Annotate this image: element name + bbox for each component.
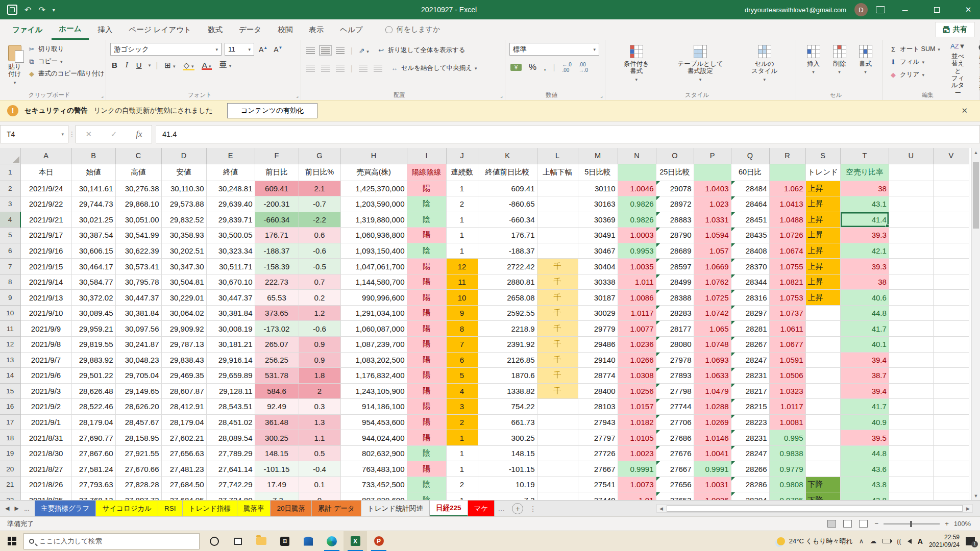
- cell-B10[interactable]: 30,089.45: [71, 305, 115, 321]
- ime-mode-indicator[interactable]: A: [918, 537, 923, 545]
- cell-L19[interactable]: [537, 445, 578, 461]
- cell-M17[interactable]: 27943: [578, 414, 618, 430]
- column-header-P[interactable]: P: [694, 148, 731, 164]
- cell-N17[interactable]: 1.0182: [618, 414, 656, 430]
- autosum-button[interactable]: Σオート SUM ▾: [887, 44, 942, 55]
- cell-E21[interactable]: 27,742.29: [206, 477, 255, 492]
- column-header-E[interactable]: E: [206, 148, 255, 164]
- cancel-entry-icon[interactable]: ✕: [85, 130, 92, 139]
- cell-B15[interactable]: 28,626.48: [71, 383, 115, 399]
- cell-F7[interactable]: -158.39: [255, 259, 299, 274]
- cell-O2[interactable]: 29078: [656, 181, 694, 196]
- cell-A13[interactable]: 2021/9/7: [20, 352, 71, 368]
- cell-A15[interactable]: 2021/9/3: [20, 383, 71, 399]
- sheet-tab-options-icon[interactable]: ⋮: [527, 505, 538, 513]
- cell-O11[interactable]: 28177: [656, 321, 694, 337]
- cell-H3[interactable]: 1,203,590,000: [340, 196, 407, 212]
- cell-M3[interactable]: 30163: [578, 196, 618, 212]
- cell-U3[interactable]: [889, 196, 933, 212]
- cell-E8[interactable]: 30,670.10: [206, 274, 255, 290]
- align-bottom-icon[interactable]: [336, 47, 345, 54]
- cell-F10[interactable]: 373.65: [255, 305, 299, 321]
- powerpoint-taskbar-button[interactable]: P: [367, 531, 390, 551]
- cell-D20[interactable]: 27,481.23: [161, 461, 206, 477]
- cell-Q9[interactable]: 28316: [731, 290, 769, 306]
- cell-I6[interactable]: 陰: [407, 243, 446, 259]
- cell-P3[interactable]: 1.023: [694, 196, 731, 212]
- redo-icon[interactable]: ↷: [38, 5, 45, 15]
- cell-N10[interactable]: 1.0117: [618, 305, 656, 321]
- font-name-combo[interactable]: 游ゴシック▾: [110, 43, 222, 56]
- cell-T16[interactable]: 41.7: [840, 399, 889, 415]
- column-header-N[interactable]: N: [618, 148, 656, 164]
- cell-Q21[interactable]: 28286: [731, 477, 769, 492]
- tab-review[interactable]: 校閲: [271, 20, 300, 39]
- cell-K13[interactable]: 2126.85: [478, 352, 537, 368]
- cell-P13[interactable]: 1.0693: [694, 352, 731, 368]
- cell-P5[interactable]: 1.0594: [694, 228, 731, 243]
- cell-U6[interactable]: [889, 243, 933, 259]
- cell-K5[interactable]: 176.71: [478, 228, 537, 243]
- fill-button[interactable]: ⬇フィル ▾: [887, 57, 942, 67]
- cell-C21[interactable]: 27,828.28: [115, 477, 161, 492]
- cell-I5[interactable]: 陽: [407, 228, 446, 243]
- cell-H7[interactable]: 1,047,061,700: [340, 259, 407, 274]
- cell-B14[interactable]: 29,501.22: [71, 368, 115, 384]
- column-header-O[interactable]: O: [656, 148, 694, 164]
- cell-V11[interactable]: [933, 321, 969, 337]
- cell-Q4[interactable]: 28451: [731, 212, 769, 228]
- cell-J17[interactable]: 2: [446, 414, 478, 430]
- cell-L7[interactable]: 千: [537, 259, 578, 274]
- cell-L5[interactable]: [537, 228, 578, 243]
- sheet-tab-トレンド指標[interactable]: トレンド指標: [183, 500, 237, 516]
- cell-N15[interactable]: 1.0256: [618, 383, 656, 399]
- cell-F12[interactable]: 265.07: [255, 336, 299, 352]
- cell-A17[interactable]: 2021/9/1: [20, 414, 71, 430]
- cell-C8[interactable]: 30,795.78: [115, 274, 161, 290]
- cell-N14[interactable]: 1.0308: [618, 368, 656, 384]
- cell-A19[interactable]: 2021/8/30: [20, 445, 71, 461]
- sheet-tabs-overflow[interactable]: …: [495, 505, 508, 513]
- taskbar-search-input[interactable]: ここに入力して検索: [23, 533, 200, 549]
- cell-P22[interactable]: 1.0026: [694, 492, 731, 500]
- cell-M6[interactable]: 30467: [578, 243, 618, 259]
- cell-M8[interactable]: 30338: [578, 274, 618, 290]
- cell-U15[interactable]: [889, 383, 933, 399]
- cell-H5[interactable]: 1,060,936,800: [340, 228, 407, 243]
- cell-K16[interactable]: 754.22: [478, 399, 537, 415]
- cell-Q13[interactable]: 28247: [731, 352, 769, 368]
- align-left-icon[interactable]: [306, 65, 315, 71]
- cell-M12[interactable]: 29486: [578, 336, 618, 352]
- cell-G21[interactable]: 0.1: [299, 477, 340, 492]
- cell-J16[interactable]: 3: [446, 399, 478, 415]
- cell-N8[interactable]: 1.011: [618, 274, 656, 290]
- cell-L4[interactable]: [537, 212, 578, 228]
- cell-B9[interactable]: 30,372.02: [71, 290, 115, 306]
- account-avatar[interactable]: D: [854, 3, 868, 16]
- taskbar-weather[interactable]: 24°C くもり時々晴れ: [777, 537, 853, 546]
- security-bar-close-icon[interactable]: ✕: [961, 106, 973, 115]
- cell-A10[interactable]: 2021/9/10: [20, 305, 71, 321]
- tab-help[interactable]: ヘルプ: [333, 20, 370, 39]
- mail-button[interactable]: [297, 531, 320, 551]
- percent-format-icon[interactable]: %: [529, 62, 536, 72]
- number-dialog-launcher-icon[interactable]: ⌟: [600, 93, 603, 98]
- cell-V4[interactable]: [933, 212, 969, 228]
- sheet-tab-サイコロジカル[interactable]: サイコロジカル: [96, 500, 158, 516]
- cell-G2[interactable]: 2.1: [299, 181, 340, 196]
- cell-K2[interactable]: 609.41: [478, 181, 537, 196]
- font-dialog-launcher-icon[interactable]: ⌟: [296, 93, 299, 98]
- scroll-up-icon[interactable]: ▲: [972, 148, 980, 157]
- cell-M7[interactable]: 30404: [578, 259, 618, 274]
- cell-H22[interactable]: 807,829,600: [340, 492, 407, 500]
- cell-S19[interactable]: [805, 445, 840, 461]
- cell-G3[interactable]: -0.7: [299, 196, 340, 212]
- cell-C3[interactable]: 29,868.10: [115, 196, 161, 212]
- cell-styles-button[interactable]: セルの スタイル▾: [747, 43, 781, 91]
- cell-I20[interactable]: 陽: [407, 461, 446, 477]
- cell-L14[interactable]: 千: [537, 368, 578, 384]
- cell-E6[interactable]: 30,323.34: [206, 243, 255, 259]
- cell-U19[interactable]: [889, 445, 933, 461]
- format-painter-button[interactable]: ◆書式のコピー/貼り付け: [26, 68, 107, 79]
- find-select-button[interactable]: 検索と 選択: [973, 43, 980, 98]
